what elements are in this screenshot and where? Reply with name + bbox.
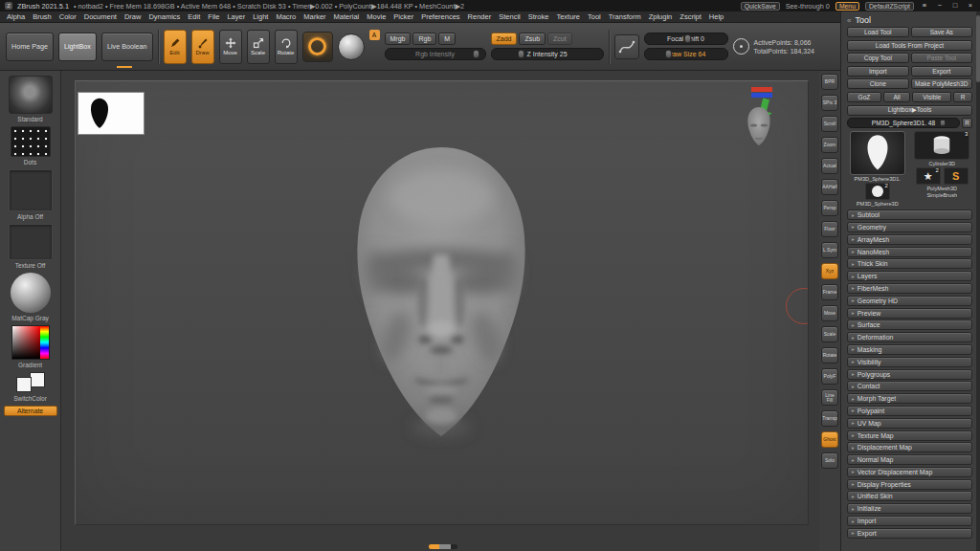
tool-subpalette-row[interactable]: ▸ Normal Map bbox=[847, 454, 972, 465]
tool-subpalette-row[interactable]: ▸ UV Map bbox=[847, 418, 972, 429]
tool-subpalette-row[interactable]: ▸ Unified Skin bbox=[847, 491, 972, 501]
rgb-button[interactable]: Rgb bbox=[412, 33, 436, 45]
home-page-button[interactable]: Home Page bbox=[6, 33, 54, 61]
alpha-mode-chip[interactable]: A bbox=[369, 30, 380, 40]
shelf-toggle-button[interactable]: Actual bbox=[821, 158, 838, 174]
edit-button[interactable]: Edit bbox=[164, 30, 187, 64]
camera-orientation-preview[interactable] bbox=[743, 106, 775, 148]
see-through-slider[interactable]: See-through 0 bbox=[786, 2, 830, 11]
shelf-toggle-button[interactable]: AAHalf bbox=[821, 179, 838, 195]
shelf-toggle-button[interactable]: Rotate bbox=[821, 347, 838, 364]
z-intensity-slider[interactable]: Z Intensity 25 bbox=[491, 48, 604, 60]
stroke-curve-button[interactable] bbox=[614, 34, 639, 59]
current-brush-well[interactable]: Standard bbox=[9, 76, 53, 122]
shelf-toggle-button[interactable]: Floor bbox=[821, 221, 838, 237]
lightbox-tools-button[interactable]: Lightbox▶Tools bbox=[847, 105, 972, 116]
shelf-toggle-button[interactable]: Solo bbox=[821, 452, 838, 469]
shelf-toggle-button[interactable]: Move bbox=[821, 305, 838, 321]
menu-item[interactable]: File bbox=[204, 12, 223, 21]
rotate-button[interactable]: Rotate bbox=[275, 30, 298, 64]
tool-subpalette-row[interactable]: ▸ Contact bbox=[847, 381, 972, 391]
save-as-button[interactable]: Save As bbox=[911, 27, 973, 37]
focal-shift-slider[interactable]: Focal Shift 0 bbox=[644, 33, 728, 45]
menu-item[interactable]: Transform bbox=[605, 12, 645, 21]
default-zscript-button[interactable]: DefaultZScript bbox=[865, 2, 914, 11]
tool-subpalette-row[interactable]: ▸ Subtool bbox=[847, 209, 972, 220]
scrollbar-thumb[interactable] bbox=[976, 15, 980, 82]
shelf-toggle-button[interactable]: Transp bbox=[821, 410, 838, 427]
shelf-toggle-button[interactable]: Ghost bbox=[821, 431, 838, 448]
tool-subpalette-row[interactable]: ▸ Visibility bbox=[847, 357, 972, 367]
slider-handle[interactable] bbox=[665, 50, 672, 58]
restore-icon[interactable]: □ bbox=[950, 1, 960, 11]
tool-subpalette-row[interactable]: ▸ Vector Displacement Map bbox=[847, 467, 972, 477]
live-boolean-button[interactable]: Live Boolean bbox=[101, 33, 153, 61]
active-tool-slider[interactable]: PM3D_Sphere3D1. 48 bbox=[847, 118, 960, 128]
color-picker-well[interactable]: Gradient bbox=[11, 325, 50, 368]
tool-subpalette-row[interactable]: ▸ Polygroups bbox=[847, 369, 972, 380]
draw-size-slider[interactable]: Draw Size 64 bbox=[644, 48, 728, 60]
active-tool-thumbnail[interactable] bbox=[850, 131, 905, 175]
export-button[interactable]: Export bbox=[911, 66, 973, 77]
shelf-toggle-button[interactable]: PolyF bbox=[821, 368, 838, 385]
slider-handle[interactable] bbox=[518, 50, 524, 58]
menu-item[interactable]: Movie bbox=[363, 12, 390, 21]
menu-item[interactable]: Material bbox=[330, 12, 364, 21]
slider-handle[interactable] bbox=[684, 34, 691, 43]
tool-subpalette-row[interactable]: ▸ Geometry bbox=[847, 222, 972, 232]
load-tools-from-project-button[interactable]: Load Tools From Project bbox=[847, 40, 972, 51]
secondary-color-swatch[interactable] bbox=[30, 372, 45, 387]
shelf-toggle-button[interactable]: Line Fill bbox=[821, 389, 838, 406]
tool-subpalette-row[interactable]: ▸ ArrayMesh bbox=[847, 234, 972, 245]
minimize-icon[interactable]: − bbox=[935, 1, 945, 11]
menu-item[interactable]: Dynamics bbox=[145, 12, 184, 21]
tool-subpalette-row[interactable]: ▸ FiberMesh bbox=[847, 283, 972, 294]
primary-color-swatch[interactable] bbox=[16, 377, 32, 392]
tool-subpalette-row[interactable]: ▸ Morph Target bbox=[847, 393, 972, 404]
shelf-toggle-button[interactable]: Scroll bbox=[821, 116, 838, 132]
clone-button[interactable]: Clone bbox=[847, 78, 909, 89]
menu-item[interactable]: Help bbox=[705, 12, 727, 21]
menu-item[interactable]: Preferences bbox=[417, 12, 463, 21]
tool-subpalette-row[interactable]: ▸ Polypaint bbox=[847, 406, 972, 416]
shelf-toggle-button[interactable]: SPix 3 bbox=[821, 95, 838, 111]
alternate-button[interactable]: Alternate bbox=[4, 406, 57, 416]
window-menu-icon[interactable]: ≡ bbox=[920, 1, 929, 11]
current-brush-button[interactable] bbox=[302, 32, 333, 62]
tool-subpalette-row[interactable]: ▸ Geometry HD bbox=[847, 296, 972, 306]
tool-subpalette-row[interactable]: ▸ Masking bbox=[847, 344, 972, 355]
paste-tool-button[interactable]: Paste Tool bbox=[911, 53, 973, 63]
tool-thumbnail-cylinder[interactable]: 3 bbox=[914, 131, 969, 160]
current-material-well[interactable]: MatCap Gray bbox=[11, 273, 51, 321]
slider-handle[interactable] bbox=[940, 120, 946, 126]
menu-item[interactable]: Tool bbox=[584, 12, 605, 21]
import-button[interactable]: Import bbox=[847, 66, 909, 77]
menu-item[interactable]: Picker bbox=[390, 12, 417, 21]
load-tool-button[interactable]: Load Tool bbox=[847, 27, 909, 37]
menu-item[interactable]: Zscript bbox=[676, 12, 705, 21]
saturation-value-square[interactable] bbox=[12, 326, 40, 359]
menu-item[interactable]: Stroke bbox=[524, 12, 553, 21]
menu-item[interactable]: Brush bbox=[29, 12, 56, 21]
shelf-toggle-button[interactable]: Zoom bbox=[821, 137, 838, 153]
tool-subpalette-row[interactable]: ▸ Layers bbox=[847, 271, 972, 281]
shelf-toggle-button[interactable]: Persp bbox=[821, 200, 838, 216]
m-button[interactable]: M bbox=[438, 33, 456, 45]
zcut-button[interactable]: Zcut bbox=[547, 33, 572, 45]
panel-collapse-icon[interactable]: « bbox=[847, 16, 851, 25]
draw-button[interactable]: Draw bbox=[191, 30, 214, 64]
switch-color-swatches[interactable] bbox=[14, 372, 47, 393]
menu-item[interactable]: Document bbox=[80, 12, 121, 21]
tool-subpalette-row[interactable]: ▸ Surface bbox=[847, 320, 972, 330]
menu-item[interactable]: Macro bbox=[272, 12, 300, 21]
menu-toggle-button[interactable]: Menu bbox=[835, 2, 859, 11]
lightbox-button[interactable]: LightBox bbox=[58, 33, 97, 61]
menu-item[interactable]: Texture bbox=[552, 12, 584, 21]
menu-item[interactable]: Edit bbox=[184, 12, 204, 21]
switch-color-well[interactable]: SwitchColor bbox=[13, 372, 47, 402]
scrollbar-thumb[interactable] bbox=[429, 544, 439, 549]
rgb-intensity-slider[interactable]: Rgb Intensity bbox=[385, 48, 486, 60]
current-material-sphere[interactable] bbox=[338, 33, 365, 60]
menu-item[interactable]: Stencil bbox=[495, 12, 524, 21]
move-button[interactable]: Move bbox=[219, 30, 242, 64]
